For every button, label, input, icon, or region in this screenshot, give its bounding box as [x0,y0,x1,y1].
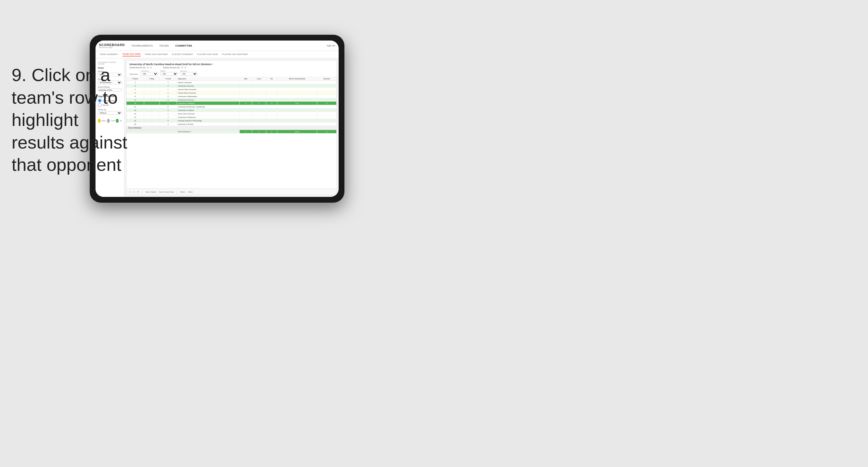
table-cell [317,95,337,98]
separator2: | [177,190,178,194]
table-cell [266,88,277,91]
filter-region-group: Region (All) [160,70,178,76]
table-cell: 3 [240,101,252,105]
tab-team-h2h-heatmap[interactable]: TEAM H2H HEATMAP [145,53,168,56]
table-cell: - [144,112,159,116]
filter-conference-group: Conference (All) [141,70,158,76]
table-row[interactable]: 11-6University of Arkansas, Fayetteville [126,105,337,109]
tab-player-h2h-heatmap[interactable]: PLAYER H2H HEATMAP [222,53,248,56]
filter-conference-label: Conference [141,70,158,72]
table-cell [317,116,337,119]
table-cell [317,91,337,95]
table-cell [277,88,317,91]
nav-teams[interactable]: TEAMS [159,43,169,48]
table-row[interactable]: 8-2University of Washington [126,95,337,98]
table-cell [240,84,252,88]
out-of-div-cell: 26.00 [277,130,317,134]
back-btn[interactable]: ⟳ [137,191,139,193]
table-cell [240,122,252,126]
table-row[interactable]: 13-1Texas Tech University [126,112,337,116]
table-cell: - [144,88,159,91]
table-cell [240,95,252,98]
watch-btn[interactable]: Watch [180,191,185,193]
table-cell: 6 [159,105,177,109]
table-cell: - [144,91,159,95]
nav-committee[interactable]: COMMITTEE [175,43,193,48]
table-cell: 1 [159,81,177,84]
filter-region-select[interactable]: (All) [160,72,178,76]
redo-btn[interactable]: ↪ [133,191,134,193]
table-cell [266,84,277,88]
view-original-btn[interactable]: View: Original [146,191,156,193]
tab-team-summary[interactable]: TEAM SUMMARY [99,53,118,56]
tab-player-summary[interactable]: PLAYER SUMMARY [172,53,193,56]
logo-area: SCOREBOARD Powered by clippi [99,43,125,48]
table-cell [252,98,266,101]
out-of-div-cell: 1 [240,130,252,134]
col-win: Win [240,77,252,81]
table-cell [240,105,252,109]
table-cell [317,105,337,109]
col-loss: Loss [252,77,266,81]
table-header: University of North Carolina Head-to-Hea… [126,60,337,77]
table-cell [252,122,266,126]
table-row[interactable]: 14-2University of Oklahoma [126,116,337,119]
table-cell [266,109,277,112]
table-cell: 4 [159,119,177,122]
filter-conference-select[interactable]: (All) [141,72,158,76]
undo-btn[interactable]: ↩ [129,191,130,193]
share-btn[interactable]: Share [188,191,192,193]
save-custom-btn[interactable]: Save Custom View [159,191,174,193]
table-cell [252,91,266,95]
table-cell [252,119,266,122]
table-cell [317,119,337,122]
division-record: Division Record: 88 - 17 - 0 [163,66,186,68]
out-of-division-row[interactable]: NCAA Division II10026.003 [126,130,337,134]
tab-player-h2h-grid[interactable]: PLAYER H2H GRID [197,53,218,56]
table-row[interactable]: 12-3University of Virginia [126,109,337,112]
table-row[interactable]: 16-3University of Florida [126,122,337,126]
table-cell: Vanderbilt University [177,84,240,88]
table-row[interactable]: 6-2Florida State University [126,91,337,95]
section-divider-row: Out of division [126,126,337,130]
table-cell: University of Arkansas, Fayetteville [177,105,240,109]
table-cell: - [144,81,159,84]
tab-team-h2h-grid[interactable]: TEAM H2H GRID [122,53,141,56]
table-row[interactable]: 3-2Vanderbilt University [126,84,337,88]
table-cell [317,98,337,101]
table-cell: 1 [159,112,177,116]
table-header-row: # Rank # Reg # Conf Opponent Win Loss Ti… [126,77,337,81]
table-cell [277,109,317,112]
table-cell [240,88,252,91]
table-row[interactable]: 4-1Arizona State University [126,88,337,91]
table-area: University of North Carolina Head-to-Hea… [126,60,337,195]
instruction-text: 9. Click on a team's row to highlight re… [11,64,136,176]
table-cell: - [144,84,159,88]
table-cell [277,112,317,116]
table-cell [240,98,252,101]
nav-tournaments[interactable]: TOURNAMENTS [130,43,153,48]
out-of-div-cell [159,130,177,134]
filter-opponent-select[interactable]: (All) [180,72,197,76]
col-rounds: Rounds [317,77,337,81]
logo-text: SCOREBOARD [99,43,125,47]
table-cell [277,91,317,95]
out-of-div-cell [144,130,159,134]
table-row[interactable]: 10-5University of Alabama3002.618 [126,101,337,105]
table-cell [317,81,337,84]
sign-out-button[interactable]: Sign out [327,44,335,47]
table-row[interactable]: 9-3University of Arizona [126,98,337,101]
table-cell [266,91,277,95]
table-cell [252,116,266,119]
col-conf: # Conf [159,77,177,81]
table-cell: 2 [159,91,177,95]
table-row[interactable]: 2-1Auburn University [126,81,337,84]
table-row[interactable]: 15-4Georgia Institute of Technology [126,119,337,122]
out-of-div-cell: 0 [252,130,266,134]
table-cell: University of Virginia [177,109,240,112]
table-cell: 2.61 [277,101,317,105]
table-cell [252,112,266,116]
col-opponent: Opponent [177,77,240,81]
table-cell [266,105,277,109]
table-cell: - [144,109,159,112]
